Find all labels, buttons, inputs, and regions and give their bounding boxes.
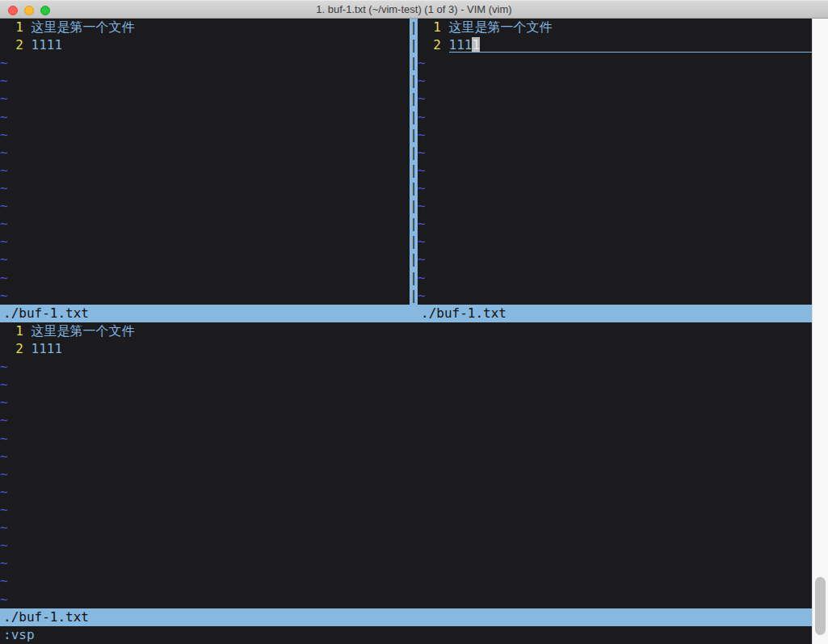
separator-bar: |	[410, 145, 418, 160]
vim-window-bottom[interactable]: 1 这里是第一个文件 2 1111 ~~~~~~~~~~~~~~	[0, 322, 812, 608]
separator-bar: |	[410, 109, 418, 124]
tilde-empty-line: ~	[418, 145, 426, 160]
tilde-empty-line: ~	[0, 484, 8, 499]
tilde-empty-line: ~	[0, 162, 8, 178]
separator-bar: |	[410, 19, 418, 35]
macvim-window: 1. buf-1.txt (~/vim-test) (1 of 3) - VIM…	[0, 0, 828, 644]
status-filename-bottom: ./buf-1.txt	[3, 608, 89, 626]
tilde-empty-line: ~	[418, 180, 426, 196]
tilde-empty-line: ~	[0, 502, 8, 517]
separator-bar: |	[410, 216, 418, 231]
cursor-line-underline: 1111	[449, 36, 812, 53]
tilde-empty-line: ~	[418, 73, 426, 88]
tilde-empty-line: ~	[418, 109, 426, 124]
buffer-line: 1 这里是第一个文件	[0, 322, 812, 340]
buffer-line: 2 1111	[0, 36, 410, 54]
buffer-line: 1 这里是第一个文件	[0, 19, 410, 36]
line-text: 这里是第一个文件	[449, 19, 553, 35]
status-line-bottom: ./buf-1.txt	[0, 608, 812, 626]
tilde-empty-line: ~	[0, 127, 8, 142]
tilde-empty-line: ~	[0, 234, 8, 249]
tilde-empty-line: ~	[0, 251, 8, 267]
separator-bar: |	[410, 198, 418, 213]
minimize-button[interactable]	[24, 6, 34, 15]
tilde-empty-line: ~	[0, 55, 8, 70]
tilde-empty-line: ~	[418, 127, 426, 142]
tilde-empty-line: ~	[418, 198, 426, 213]
tilde-empty-line: ~	[418, 270, 426, 285]
line-number: 1	[418, 19, 449, 35]
separator-bar: |	[410, 234, 418, 249]
tilde-empty-line: ~	[418, 162, 426, 178]
status-filename-right: ./buf-1.txt	[421, 305, 506, 322]
tilde-empty-line: ~	[418, 288, 426, 303]
tilde-empty-line: ~	[0, 377, 8, 392]
buffer-line: 1 这里是第一个文件	[418, 19, 812, 36]
separator-bar: |	[410, 270, 418, 285]
tilde-empty-line: ~	[0, 555, 8, 570]
tilde-empty-line: ~	[418, 55, 426, 70]
separator-bar: |	[410, 127, 418, 142]
tilde-empty-line: ~	[0, 394, 8, 410]
tilde-empty-line: ~	[0, 591, 8, 607]
tilde-empty-line: ~	[0, 537, 8, 553]
top-split-region: 1 这里是第一个文件 2 1111 ~~~~~~~~~~~~~~ |||||||…	[0, 19, 812, 305]
separator-bar: |	[410, 55, 418, 70]
tilde-empty-line: ~	[0, 466, 8, 482]
vim-text-area: 1 这里是第一个文件 2 1111 ~~~~~~~~~~~~~~ |||||||…	[0, 19, 812, 644]
buffer-line-active: 2 1111	[418, 36, 812, 54]
tilde-empty-line: ~	[0, 109, 8, 124]
line-number: 1	[0, 19, 32, 35]
tilde-empty-line: ~	[0, 431, 8, 446]
line-text: 1111	[32, 37, 63, 53]
tilde-empty-line: ~	[0, 198, 8, 213]
tilde-empty-line: ~	[0, 145, 8, 160]
vim-window-top-right[interactable]: 1 这里是第一个文件 2 1111 ~~~~~~~~~~~~~~	[418, 19, 812, 305]
line-number: 2	[418, 36, 449, 54]
vim-window-top-left[interactable]: 1 这里是第一个文件 2 1111 ~~~~~~~~~~~~~~	[0, 19, 410, 305]
separator-bar: |	[410, 73, 418, 88]
separator-bar: |	[410, 37, 418, 53]
tilde-empty-line: ~	[0, 520, 8, 535]
tilde-empty-line: ~	[0, 448, 8, 464]
tilde-empty-line: ~	[0, 412, 8, 427]
tilde-empty-line: ~	[418, 90, 426, 106]
line-number: 2	[0, 37, 32, 53]
window-title: 1. buf-1.txt (~/vim-test) (1 of 3) - VIM…	[0, 1, 828, 19]
tilde-empty-line: ~	[0, 270, 8, 285]
status-line-top: ./buf-1.txt ./buf-1.txt	[0, 305, 812, 322]
scrollbar[interactable]	[812, 19, 828, 644]
vertical-split-separator[interactable]: ||||||||||||||||	[410, 19, 418, 305]
separator-bar: |	[410, 162, 418, 178]
tilde-empty-line: ~	[418, 216, 426, 231]
line-text: 111	[449, 37, 473, 53]
buffer-line: 2 1111	[0, 340, 812, 358]
separator-bar: |	[410, 288, 418, 303]
tilde-empty-line: ~	[0, 180, 8, 196]
close-button[interactable]	[8, 6, 18, 15]
tilde-empty-line: ~	[418, 234, 426, 249]
line-text: 这里是第一个文件	[32, 19, 135, 35]
block-cursor: 1	[472, 37, 480, 53]
separator-bar: |	[410, 180, 418, 196]
separator-bar: |	[410, 90, 418, 106]
status-filename-left: ./buf-1.txt	[3, 305, 89, 322]
tilde-empty-line: ~	[0, 90, 8, 106]
traffic-lights	[8, 6, 50, 15]
scrollbar-thumb[interactable]	[815, 577, 826, 635]
tilde-empty-line: ~	[418, 251, 426, 267]
separator-bar: |	[410, 251, 418, 267]
tilde-empty-line: ~	[0, 573, 8, 588]
tilde-empty-line: ~	[0, 216, 8, 231]
zoom-button[interactable]	[40, 6, 50, 15]
titlebar[interactable]: 1. buf-1.txt (~/vim-test) (1 of 3) - VIM…	[0, 0, 828, 19]
tilde-empty-line: ~	[0, 73, 8, 88]
tilde-empty-line: ~	[0, 288, 8, 303]
command-line[interactable]: :vsp	[0, 626, 812, 644]
